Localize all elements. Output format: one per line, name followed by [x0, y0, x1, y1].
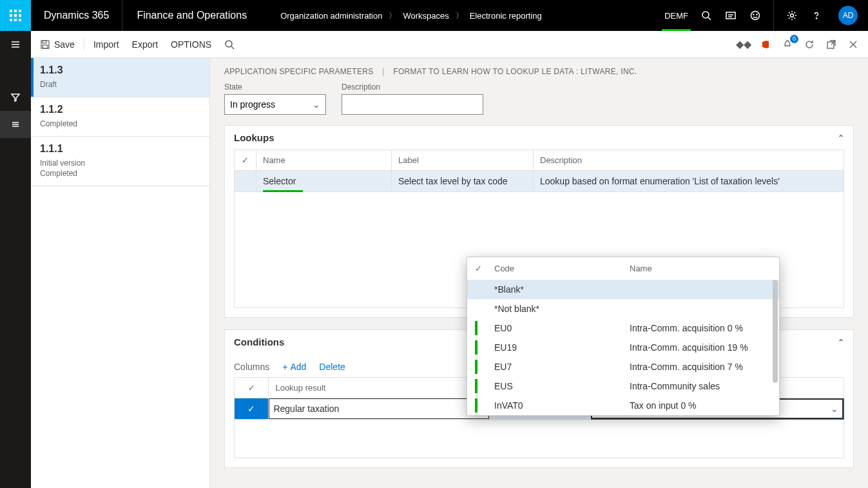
gear-icon[interactable]	[786, 9, 798, 22]
col-label[interactable]: Label	[392, 150, 534, 171]
popup-row[interactable]: EU7Intra-Comm. acquisition 7 %	[467, 357, 779, 376]
svg-rect-2	[19, 10, 21, 12]
module-link[interactable]: Finance and Operations	[122, 0, 261, 31]
svg-rect-1	[14, 10, 17, 12]
col-lookup-result[interactable]: Lookup result	[269, 378, 490, 398]
columns-button[interactable]: Columns	[234, 362, 269, 372]
options-button[interactable]: OPTIONS	[171, 39, 211, 50]
cell-description[interactable]: Lookup based on format enumeration 'List…	[534, 171, 844, 192]
chevron-right-icon: 〉	[389, 10, 396, 21]
separator	[84, 38, 84, 51]
add-button[interactable]: +Add	[282, 362, 306, 372]
row-checkbox[interactable]	[235, 398, 269, 420]
select-indicator-icon[interactable]	[475, 264, 494, 273]
version-item[interactable]: 1.1.2 Completed	[31, 97, 209, 137]
version-item[interactable]: 1.1.1 Initial version Completed	[31, 137, 209, 186]
conditions-heading: Conditions	[234, 337, 284, 347]
svg-point-14	[751, 12, 760, 20]
filter-icon[interactable]	[0, 84, 31, 111]
import-button[interactable]: Import	[93, 39, 119, 50]
page-title-2: FORMAT TO LEARN HOW TO LOOKUP LE DATA : …	[393, 67, 637, 76]
header-right: DEMF AD	[654, 0, 868, 31]
cell-label[interactable]: Select tax level by tax code	[392, 171, 534, 192]
action-pane-right: ◆◆ 0	[738, 39, 859, 50]
breadcrumb-item[interactable]: Workspaces	[403, 11, 448, 21]
popup-cell-code: EU0	[494, 323, 630, 333]
description-field: Description	[342, 83, 483, 115]
row-checkbox[interactable]	[235, 171, 256, 192]
chevron-up-icon[interactable]: ⌃	[838, 133, 844, 142]
close-icon[interactable]	[847, 39, 859, 50]
app-launcher-icon[interactable]	[0, 0, 31, 31]
svg-point-15	[753, 14, 754, 15]
related-info-icon[interactable]	[0, 111, 31, 138]
svg-point-28	[226, 41, 232, 47]
help-icon[interactable]	[810, 9, 823, 22]
select-all-checkbox[interactable]	[235, 378, 269, 398]
select-all-checkbox[interactable]	[235, 150, 256, 171]
version-number: 1.1.3	[40, 64, 200, 76]
svg-point-16	[757, 14, 757, 15]
lookups-heading: Lookups	[234, 132, 275, 143]
popup-row[interactable]: InVAT0Tax on input 0 %	[467, 396, 779, 415]
save-label: Save	[54, 39, 75, 50]
chevron-up-icon[interactable]: ⌃	[838, 338, 844, 347]
smiley-icon[interactable]	[749, 9, 762, 22]
version-item[interactable]: 1.1.3 Draft	[31, 58, 209, 97]
office-icon[interactable]	[760, 39, 771, 50]
refresh-icon[interactable]	[804, 39, 815, 50]
notification-icon[interactable]: 0	[782, 39, 793, 50]
lookups-grid: Name Label Description Selector Select t…	[234, 150, 844, 192]
global-header: Dynamics 365 Finance and Operations Orga…	[0, 0, 868, 31]
grid-empty-space	[234, 420, 844, 458]
svg-rect-4	[14, 14, 17, 17]
state-value: In progress	[230, 99, 275, 110]
breadcrumb-item[interactable]: Organization administration	[280, 11, 382, 21]
popup-col-code[interactable]: Code	[494, 264, 630, 273]
popup-cell-code: EU7	[494, 362, 630, 372]
navigation-rail	[0, 31, 31, 488]
scrollbar[interactable]	[773, 280, 778, 415]
find-icon[interactable]	[224, 39, 235, 50]
cell-lookup-result[interactable]: Regular taxation ⌄	[269, 398, 490, 420]
svg-point-17	[791, 14, 794, 17]
notification-badge: 0	[790, 35, 798, 43]
save-button[interactable]: Save	[40, 39, 75, 50]
popup-row[interactable]: EU0Intra-Comm. acquisition 0 %	[467, 318, 779, 338]
scrollbar-thumb[interactable]	[773, 280, 778, 383]
hamburger-icon[interactable]	[0, 31, 31, 58]
task-recorder-icon[interactable]	[724, 9, 737, 22]
delete-button[interactable]: Delete	[319, 362, 345, 372]
search-icon[interactable]	[700, 9, 713, 22]
popup-body: *Blank* *Not blank* EU0Intra-Comm. acqui…	[467, 280, 779, 415]
popup-row[interactable]: *Blank*	[467, 280, 779, 299]
lookup-result-select[interactable]: Regular taxation ⌄	[269, 398, 489, 419]
svg-rect-7	[14, 19, 17, 21]
description-input[interactable]	[342, 94, 483, 115]
popup-cell-name: Tax on input 0 %	[630, 400, 697, 411]
code-lookup-popup: Code Name *Blank* *Not blank* EU0Intra-C…	[467, 257, 780, 416]
popup-row[interactable]: *Not blank*	[467, 299, 779, 318]
company-picker[interactable]: DEMF	[664, 11, 688, 21]
popout-icon[interactable]	[825, 39, 837, 50]
export-button[interactable]: Export	[132, 39, 158, 50]
popup-row[interactable]: EU19Intra-Comm. acquisition 19 %	[467, 338, 779, 357]
brand-link[interactable]: Dynamics 365	[31, 0, 122, 31]
state-select[interactable]: In progress ⌄	[224, 94, 326, 115]
breadcrumb-item[interactable]: Electronic reporting	[470, 11, 542, 21]
separator: |	[382, 67, 384, 76]
popup-header: Code Name	[467, 257, 779, 280]
popup-cell-code: *Blank*	[494, 284, 630, 295]
version-list: 1.1.3 Draft 1.1.2 Completed 1.1.1 Initia…	[31, 58, 210, 488]
svg-rect-11	[726, 12, 735, 19]
popup-row[interactable]: EUSIntra-Community sales	[467, 376, 779, 396]
col-description[interactable]: Description	[534, 150, 844, 171]
user-avatar[interactable]: AD	[838, 6, 858, 25]
lookups-card-header[interactable]: Lookups ⌃	[225, 126, 853, 150]
col-name[interactable]: Name	[256, 150, 392, 171]
popup-col-name[interactable]: Name	[630, 264, 652, 273]
cell-name[interactable]: Selector	[256, 171, 392, 192]
grid-row[interactable]: Selector Select tax level by tax code Lo…	[235, 171, 844, 192]
chevron-right-icon: 〉	[456, 10, 463, 21]
attachments-icon[interactable]: ◆◆	[738, 39, 749, 50]
